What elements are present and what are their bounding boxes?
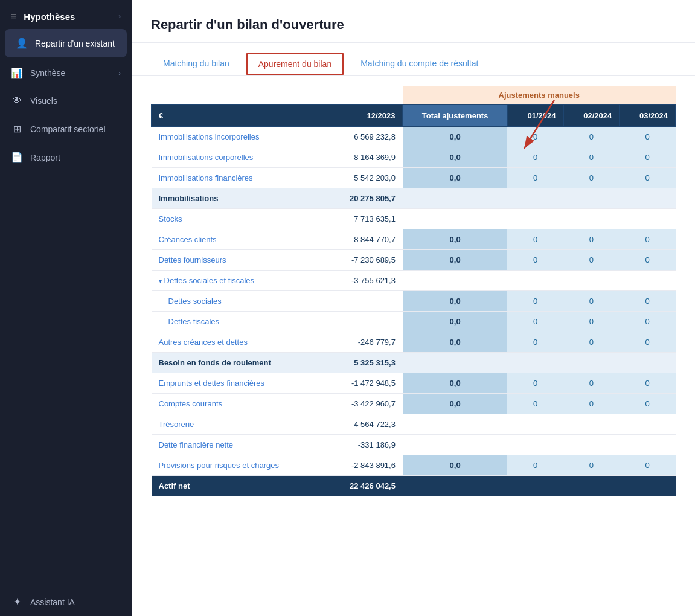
row-adj1[interactable]: 0 — [507, 373, 563, 394]
row-adj3[interactable]: 0 — [620, 147, 676, 168]
row-adj1[interactable]: 0 — [507, 394, 563, 414]
sidebar-item-label: Comparatif sectoriel — [30, 124, 106, 134]
sidebar-item-hypotheses[interactable]: ≡ Hypothèses › — [0, 0, 132, 28]
row-label[interactable]: Dette financière nette — [152, 435, 325, 455]
row-total-adj[interactable]: 0,0 — [403, 394, 507, 414]
row-adj2[interactable]: 0 — [563, 332, 620, 353]
table-row: Dettes sociales0,0000 — [152, 291, 676, 312]
row-label[interactable]: Besoin en fonds de roulement — [152, 353, 325, 373]
row-label[interactable]: Dettes fiscales — [152, 312, 325, 332]
col-period3: 03/2024 — [620, 105, 676, 127]
row-adj3[interactable]: 0 — [620, 291, 676, 312]
sidebar-item-rapport[interactable]: 📄 Rapport — [0, 143, 132, 172]
row-label[interactable]: Créances clients — [152, 229, 325, 250]
row-label[interactable]: Immobilisations financières — [152, 168, 325, 188]
row-label[interactable]: Immobilisations corporelles — [152, 147, 325, 168]
row-adj1[interactable]: 0 — [507, 168, 563, 188]
row-value: 22 426 042,5 — [325, 476, 403, 496]
row-value: -7 230 689,5 — [325, 250, 403, 271]
row-adj3[interactable]: 0 — [620, 455, 676, 476]
table-row: Actif net22 426 042,5 — [152, 476, 676, 496]
row-adj2[interactable]: 0 — [563, 373, 620, 394]
table-row: Trésorerie4 564 722,3 — [152, 414, 676, 435]
row-total-adj[interactable]: 0,0 — [403, 250, 507, 271]
row-total-adj[interactable]: 0,0 — [403, 291, 507, 312]
row-adj3[interactable]: 0 — [620, 229, 676, 250]
row-adj1[interactable]: 0 — [507, 291, 563, 312]
row-adj3[interactable]: 0 — [620, 332, 676, 353]
row-label[interactable]: ▾Dettes sociales et fiscales — [152, 271, 325, 291]
row-value — [325, 291, 403, 312]
row-value — [325, 312, 403, 332]
row-adj1[interactable]: 0 — [507, 229, 563, 250]
row-adj3[interactable]: 0 — [620, 250, 676, 271]
user-icon: 👤 — [16, 37, 28, 49]
row-adj2[interactable]: 0 — [563, 455, 620, 476]
row-label[interactable]: Comptes courants — [152, 394, 325, 414]
row-total-adj[interactable]: 0,0 — [403, 168, 507, 188]
row-adj1[interactable]: 0 — [507, 312, 563, 332]
sidebar-item-assistant[interactable]: ✦ Assistant IA — [0, 588, 132, 616]
row-total-adj — [403, 414, 507, 435]
row-value: 8 164 369,9 — [325, 147, 403, 168]
row-adj3[interactable]: 0 — [620, 127, 676, 147]
row-total-adj[interactable]: 0,0 — [403, 127, 507, 147]
row-adj2[interactable]: 0 — [563, 250, 620, 271]
row-total-adj[interactable]: 0,0 — [403, 455, 507, 476]
row-adj3[interactable]: 0 — [620, 394, 676, 414]
sidebar-item-repartir[interactable]: 👤 Repartir d'un existant — [5, 29, 127, 57]
row-adj1[interactable]: 0 — [507, 127, 563, 147]
tab-matching-compte[interactable]: Matching du compte de résultat — [348, 53, 490, 75]
row-adj3[interactable]: 0 — [620, 373, 676, 394]
row-total-adj[interactable]: 0,0 — [403, 312, 507, 332]
row-label[interactable]: Provisions pour risques et charges — [152, 455, 325, 476]
row-label[interactable]: Immobilisations incorporelles — [152, 127, 325, 147]
col-period1: 01/2024 — [507, 105, 563, 127]
row-adj2[interactable]: 0 — [563, 168, 620, 188]
row-label[interactable]: Immobilisations — [152, 188, 325, 209]
row-label[interactable]: Emprunts et dettes financières — [152, 373, 325, 394]
row-adj3[interactable]: 0 — [620, 168, 676, 188]
row-total-adj[interactable]: 0,0 — [403, 147, 507, 168]
row-adj1[interactable]: 0 — [507, 332, 563, 353]
row-label[interactable]: Trésorerie — [152, 414, 325, 435]
row-label[interactable]: Dettes fournisseurs — [152, 250, 325, 271]
financial-table: Ajustements manuels € 12/2023 Total ajus… — [151, 86, 676, 496]
row-label[interactable]: Autres créances et dettes — [152, 332, 325, 353]
sidebar-item-comparatif[interactable]: ⊞ Comparatif sectoriel — [0, 115, 132, 143]
row-label[interactable]: Dettes sociales — [152, 291, 325, 312]
row-total-adj — [403, 353, 507, 373]
row-total-adj[interactable]: 0,0 — [403, 332, 507, 353]
row-adj1 — [507, 414, 563, 435]
row-value: 8 844 770,7 — [325, 229, 403, 250]
row-value: -246 779,7 — [325, 332, 403, 353]
row-total-adj[interactable]: 0,0 — [403, 229, 507, 250]
row-adj2 — [563, 271, 620, 291]
row-adj2[interactable]: 0 — [563, 127, 620, 147]
row-adj2[interactable]: 0 — [563, 291, 620, 312]
row-adj2 — [563, 435, 620, 455]
row-adj1[interactable]: 0 — [507, 147, 563, 168]
row-total-adj — [403, 188, 507, 209]
row-adj3 — [620, 353, 676, 373]
sidebar-item-visuels[interactable]: 👁 Visuels — [0, 87, 132, 115]
row-adj2[interactable]: 0 — [563, 312, 620, 332]
row-adj3 — [620, 271, 676, 291]
page-title: Repartir d'un bilan d'ouverture — [151, 17, 676, 33]
row-adj2[interactable]: 0 — [563, 147, 620, 168]
row-adj1 — [507, 476, 563, 496]
row-value: -3 422 960,7 — [325, 394, 403, 414]
row-adj2[interactable]: 0 — [563, 394, 620, 414]
row-label[interactable]: Stocks — [152, 209, 325, 229]
sidebar-item-synthese[interactable]: 📊 Synthèse › — [0, 59, 132, 87]
row-adj2[interactable]: 0 — [563, 229, 620, 250]
row-value: -2 843 891,6 — [325, 455, 403, 476]
ai-icon: ✦ — [11, 596, 23, 608]
row-adj1[interactable]: 0 — [507, 250, 563, 271]
sidebar-item-label: Rapport — [30, 153, 60, 162]
row-total-adj[interactable]: 0,0 — [403, 373, 507, 394]
row-adj1[interactable]: 0 — [507, 455, 563, 476]
row-adj3[interactable]: 0 — [620, 312, 676, 332]
tab-matching-bilan[interactable]: Matching du bilan — [151, 53, 242, 75]
tab-apurement-bilan[interactable]: Apurement du bilan — [246, 53, 344, 75]
